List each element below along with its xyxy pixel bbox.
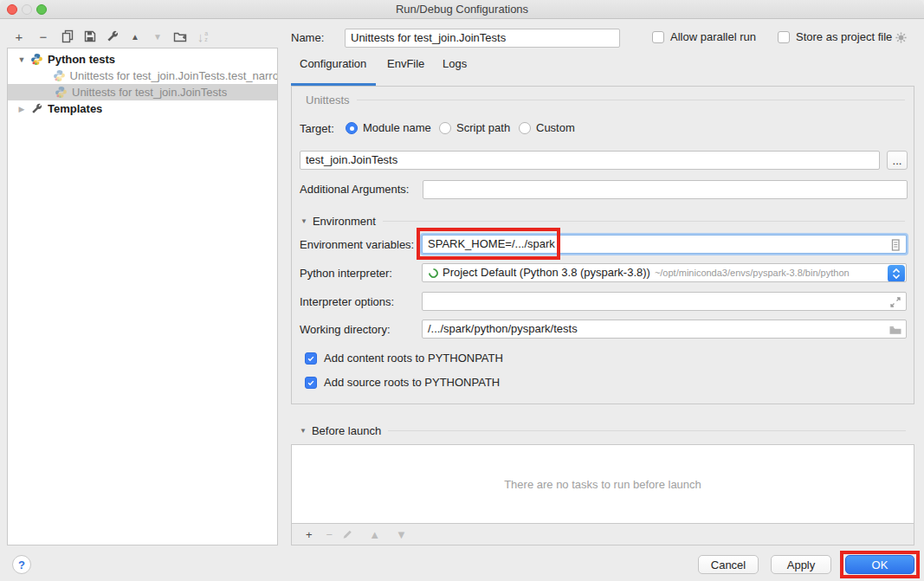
edit-variables-icon[interactable] bbox=[888, 238, 902, 252]
tree-collapse-icon[interactable]: ▶ bbox=[16, 105, 27, 113]
store-as-project-file-label: Store as project file bbox=[796, 30, 892, 43]
python-interpreter-select[interactable]: Project Default (Python 3.8 (pyspark-3.8… bbox=[422, 263, 907, 282]
tree-item-python-tests[interactable]: ▼ Python tests bbox=[8, 51, 277, 68]
checkbox-checked-icon bbox=[305, 352, 317, 365]
tree-item-test-narrow[interactable]: Unittests for test_join.JoinTests.test_n… bbox=[8, 68, 277, 84]
sort-configurations-button[interactable]: ↓ az bbox=[194, 29, 211, 44]
target-radio-custom[interactable]: Custom bbox=[519, 121, 575, 134]
python-icon bbox=[53, 69, 66, 82]
name-input[interactable]: Unittests for test_join.JoinTests bbox=[345, 29, 620, 48]
check-icon bbox=[307, 378, 315, 387]
configuration-tab-panel: Unittests Target: Module name Script pat… bbox=[291, 86, 914, 404]
before-launch-empty-text: There are no tasks to run before launch bbox=[504, 478, 701, 491]
environment-variables-label: Environment variables: bbox=[300, 238, 414, 251]
environment-section-header[interactable]: ▼ Environment bbox=[300, 215, 914, 228]
before-launch-task-list: There are no tasks to run before launch bbox=[291, 444, 914, 524]
tree-item-jointests-selected[interactable]: Unittests for test_join.JoinTests bbox=[8, 84, 277, 100]
target-input[interactable]: test_join.JoinTests bbox=[300, 151, 880, 170]
target-radio-module-name[interactable]: Module name bbox=[346, 121, 431, 134]
conda-env-icon bbox=[427, 266, 441, 280]
interpreter-options-input[interactable] bbox=[422, 292, 907, 311]
tab-logs[interactable]: Logs bbox=[443, 57, 467, 70]
radio-icon bbox=[519, 122, 531, 134]
tab-configuration[interactable]: Configuration bbox=[300, 57, 366, 70]
unittests-group-header: Unittests bbox=[306, 94, 914, 107]
create-folder-button[interactable] bbox=[171, 29, 189, 44]
working-directory-input[interactable]: /.../spark/python/pyspark/tests bbox=[422, 320, 907, 339]
dropdown-chevron-button[interactable] bbox=[888, 265, 905, 282]
interpreter-options-label: Interpreter options: bbox=[300, 295, 394, 308]
store-as-project-file-checkbox[interactable]: Store as project file bbox=[778, 30, 892, 43]
additional-arguments-label: Additional Arguments: bbox=[300, 183, 409, 196]
arrow-up-icon: ▲ bbox=[369, 528, 380, 541]
radio-icon bbox=[439, 122, 451, 134]
wrench-icon bbox=[106, 29, 120, 43]
copy-configuration-button[interactable] bbox=[59, 29, 76, 44]
python-icon bbox=[30, 53, 43, 66]
move-down-button[interactable]: ▼ bbox=[149, 29, 166, 44]
remove-task-button[interactable]: − bbox=[320, 528, 333, 541]
add-source-roots-label: Add source roots to PYTHONPATH bbox=[324, 376, 500, 389]
environment-section-label: Environment bbox=[313, 215, 376, 228]
arrow-up-icon: ▲ bbox=[131, 32, 139, 42]
question-mark-icon: ? bbox=[18, 558, 25, 571]
save-configuration-button[interactable] bbox=[81, 29, 99, 44]
sort-az-icon: ↓ az bbox=[197, 30, 208, 43]
tree-item-templates[interactable]: ▶ Templates bbox=[8, 100, 277, 117]
collapse-triangle-icon: ▼ bbox=[300, 427, 307, 435]
new-folder-icon bbox=[173, 29, 187, 43]
check-icon bbox=[307, 354, 315, 363]
remove-configuration-button[interactable]: − bbox=[35, 29, 52, 44]
add-content-roots-checkbox[interactable]: Add content roots to PYTHONPATH bbox=[305, 352, 503, 365]
checkbox-icon bbox=[778, 31, 790, 43]
interpreter-value: Project Default (Python 3.8 (pyspark-3.8… bbox=[443, 264, 650, 281]
cancel-button[interactable]: Cancel bbox=[698, 555, 759, 574]
move-up-button[interactable]: ▲ bbox=[126, 29, 144, 44]
configurations-tree: ▼ Python tests Unittests for test_join.J… bbox=[7, 48, 278, 545]
gear-icon[interactable] bbox=[895, 31, 908, 44]
target-option-label: Custom bbox=[536, 121, 575, 134]
add-configuration-button[interactable]: + bbox=[10, 29, 28, 44]
wrench-icon bbox=[30, 102, 43, 115]
tree-item-label: Unittests for test_join.JoinTests bbox=[72, 86, 227, 99]
unittests-group-label: Unittests bbox=[306, 94, 350, 107]
tree-item-label: Python tests bbox=[48, 53, 115, 66]
folder-icon[interactable] bbox=[888, 323, 902, 337]
radio-selected-icon bbox=[346, 122, 358, 134]
plus-icon: + bbox=[16, 29, 23, 44]
apply-button[interactable]: Apply bbox=[771, 555, 831, 574]
before-launch-section-header[interactable]: ▼ Before launch bbox=[300, 424, 914, 437]
target-option-label: Module name bbox=[363, 121, 431, 134]
ellipsis-icon: ... bbox=[893, 154, 902, 167]
add-content-roots-label: Add content roots to PYTHONPATH bbox=[324, 352, 503, 365]
target-radio-script-path[interactable]: Script path bbox=[439, 121, 510, 134]
before-launch-toolbar: + − ▲ ▼ bbox=[291, 524, 914, 545]
add-task-button[interactable]: + bbox=[299, 528, 313, 541]
arrow-down-icon: ▼ bbox=[153, 32, 162, 42]
minus-icon: − bbox=[326, 528, 333, 541]
tree-item-label: Templates bbox=[48, 102, 102, 115]
tree-expand-icon[interactable]: ▼ bbox=[16, 55, 27, 64]
browse-target-button[interactable]: ... bbox=[887, 151, 908, 170]
expand-field-icon[interactable] bbox=[888, 295, 902, 309]
name-label: Name: bbox=[291, 31, 324, 44]
python-interpreter-label: Python interpreter: bbox=[300, 267, 392, 280]
configuration-editor: Name: Unittests for test_join.JoinTests … bbox=[291, 0, 914, 581]
help-button[interactable]: ? bbox=[12, 555, 31, 574]
edit-pencil-icon[interactable] bbox=[341, 528, 353, 540]
edit-templates-button[interactable] bbox=[104, 29, 121, 44]
collapse-triangle-icon: ▼ bbox=[300, 217, 307, 225]
move-task-up-button[interactable]: ▲ bbox=[362, 528, 380, 541]
arrow-down-icon: ▼ bbox=[396, 528, 407, 541]
checkbox-icon bbox=[652, 31, 664, 43]
tab-envfile[interactable]: EnvFile bbox=[387, 57, 424, 70]
ok-button[interactable]: OK bbox=[845, 555, 914, 574]
chevron-up-down-icon bbox=[892, 268, 901, 280]
allow-parallel-run-checkbox[interactable]: Allow parallel run bbox=[652, 30, 756, 43]
environment-variables-input[interactable]: SPARK_HOME=/.../spark bbox=[422, 235, 907, 254]
add-source-roots-checkbox[interactable]: Add source roots to PYTHONPATH bbox=[305, 376, 500, 389]
allow-parallel-run-label: Allow parallel run bbox=[670, 30, 756, 43]
target-label: Target: bbox=[300, 122, 334, 135]
additional-arguments-input[interactable] bbox=[423, 180, 908, 199]
move-task-down-button[interactable]: ▼ bbox=[389, 528, 407, 541]
